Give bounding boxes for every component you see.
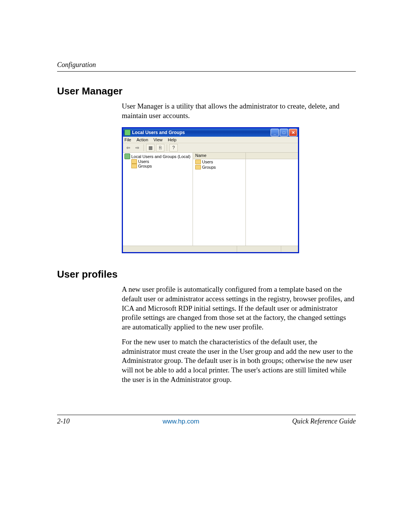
toolbar-sep	[143, 144, 144, 151]
maximize-button[interactable]: □	[280, 129, 288, 136]
window-local-users-groups: Local Users and Groups _ □ ✕ File Action…	[122, 127, 299, 253]
tree-root[interactable]: Local Users and Groups (Local)	[124, 153, 191, 159]
folder-icon	[195, 160, 201, 164]
statusbar	[123, 246, 298, 252]
menubar: File Action View Help	[123, 137, 298, 143]
titlebar: Local Users and Groups _ □ ✕	[123, 128, 298, 137]
folder-icon	[131, 159, 137, 164]
tree-item-users[interactable]: Users	[124, 159, 191, 164]
help-icon[interactable]: ?	[169, 144, 178, 152]
menu-action[interactable]: Action	[137, 137, 148, 142]
heading-user-profiles: User profiles	[57, 268, 356, 280]
user-profiles-p1: A new user profile is automatically conf…	[122, 285, 356, 332]
heading-user-manager: User Manager	[57, 85, 356, 97]
footer: 2-10 www.hp.com Quick Reference Guide	[57, 415, 356, 425]
export-icon[interactable]: ⎘	[156, 144, 164, 152]
footer-url: www.hp.com	[162, 418, 199, 425]
minimize-button[interactable]: _	[271, 129, 279, 136]
toolbar-sep-2	[167, 144, 167, 151]
app-icon	[124, 129, 131, 136]
user-profiles-p2: For the new user to match the characteri…	[122, 337, 356, 384]
window-content: Local Users and Groups (Local) Users Gro…	[123, 153, 298, 246]
forward-icon[interactable]: ⇨	[134, 144, 141, 151]
guide-name: Quick Reference Guide	[292, 417, 356, 425]
close-button[interactable]: ✕	[289, 129, 297, 136]
column-header-name[interactable]: Name	[193, 153, 245, 159]
list-item-users[interactable]: Users	[193, 159, 245, 165]
header-section: Configuration	[57, 61, 356, 69]
menu-help[interactable]: Help	[168, 137, 177, 142]
folder-icon	[131, 164, 137, 168]
list-item-groups[interactable]: Groups	[193, 165, 245, 170]
snapin-icon	[124, 153, 130, 159]
page-number: 2-10	[57, 417, 70, 425]
tree-pane: Local Users and Groups (Local) Users Gro…	[123, 153, 193, 246]
header-rule	[57, 71, 356, 72]
user-manager-intro: User Manager is a utility that allows th…	[122, 102, 356, 120]
list-pane: Name Users Groups	[193, 153, 298, 246]
menu-view[interactable]: View	[153, 137, 162, 142]
window-title: Local Users and Groups	[132, 130, 185, 135]
toolbar: ⇦ ⇨ ▦ ⎘ ?	[123, 143, 298, 153]
folder-icon	[195, 165, 201, 169]
menu-file[interactable]: File	[124, 137, 131, 142]
column-header-empty[interactable]	[246, 153, 298, 159]
tree-item-groups[interactable]: Groups	[124, 164, 191, 168]
properties-icon[interactable]: ▦	[146, 144, 155, 152]
back-icon[interactable]: ⇦	[124, 144, 132, 151]
